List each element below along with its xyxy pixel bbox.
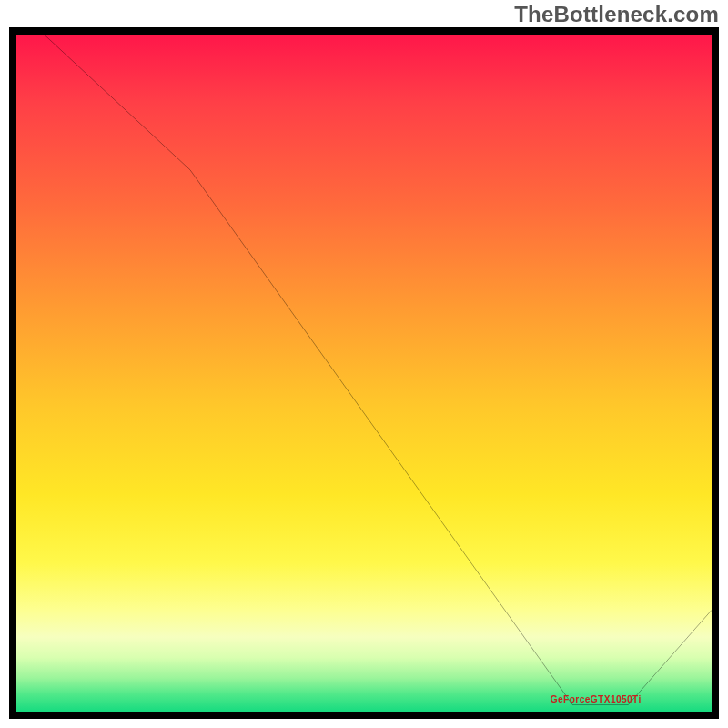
chart-frame: TheBottleneck.com GeForceGTX1050Ti xyxy=(0,0,728,728)
optimal-gpu-label: GeForceGTX1050Ti xyxy=(551,694,642,704)
watermark-text: TheBottleneck.com xyxy=(514,2,719,27)
plot-border: GeForceGTX1050Ti xyxy=(9,27,719,719)
bottleneck-curve xyxy=(16,35,712,712)
